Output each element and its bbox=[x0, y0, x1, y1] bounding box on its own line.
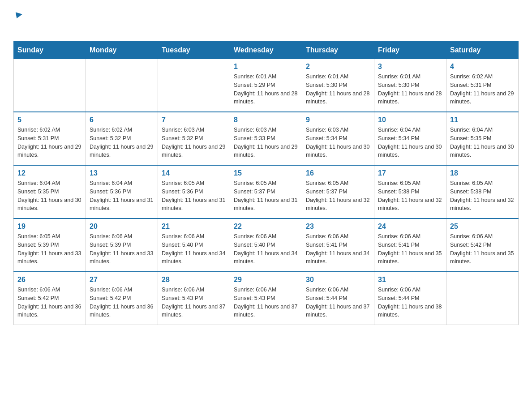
day-info: Sunrise: 6:03 AMSunset: 5:34 PMDaylight:… bbox=[306, 126, 370, 159]
calendar-week-row: 26Sunrise: 6:06 AMSunset: 5:42 PMDayligh… bbox=[14, 272, 519, 325]
day-info: Sunrise: 6:06 AMSunset: 5:40 PMDaylight:… bbox=[234, 232, 298, 266]
calendar-week-row: 19Sunrise: 6:05 AMSunset: 5:39 PMDayligh… bbox=[14, 218, 519, 272]
calendar-cell: 1Sunrise: 6:01 AMSunset: 5:29 PMDaylight… bbox=[230, 59, 302, 112]
calendar-cell bbox=[158, 59, 230, 112]
day-number: 30 bbox=[306, 276, 370, 284]
weekday-header-row: SundayMondayTuesdayWednesdayThursdayFrid… bbox=[14, 42, 519, 59]
logo bbox=[13, 9, 23, 32]
weekday-header-thursday: Thursday bbox=[302, 42, 374, 59]
day-info: Sunrise: 6:01 AMSunset: 5:29 PMDaylight:… bbox=[234, 73, 298, 106]
day-info: Sunrise: 6:04 AMSunset: 5:35 PMDaylight:… bbox=[17, 179, 82, 213]
day-info: Sunrise: 6:05 AMSunset: 5:37 PMDaylight:… bbox=[234, 179, 298, 213]
day-info: Sunrise: 6:01 AMSunset: 5:30 PMDaylight:… bbox=[306, 73, 370, 106]
day-info: Sunrise: 6:06 AMSunset: 5:44 PMDaylight:… bbox=[306, 286, 370, 319]
weekday-header-monday: Monday bbox=[86, 42, 158, 59]
day-info: Sunrise: 6:05 AMSunset: 5:39 PMDaylight:… bbox=[17, 232, 82, 266]
day-info: Sunrise: 6:04 AMSunset: 5:35 PMDaylight:… bbox=[450, 126, 515, 159]
day-info: Sunrise: 6:06 AMSunset: 5:43 PMDaylight:… bbox=[162, 286, 226, 319]
day-number: 3 bbox=[378, 63, 442, 71]
day-number: 4 bbox=[450, 63, 515, 71]
day-info: Sunrise: 6:01 AMSunset: 5:30 PMDaylight:… bbox=[378, 73, 442, 106]
day-info: Sunrise: 6:02 AMSunset: 5:31 PMDaylight:… bbox=[450, 73, 515, 106]
calendar-cell: 3Sunrise: 6:01 AMSunset: 5:30 PMDaylight… bbox=[374, 59, 446, 112]
calendar-cell: 16Sunrise: 6:05 AMSunset: 5:37 PMDayligh… bbox=[302, 165, 374, 218]
calendar-cell: 17Sunrise: 6:05 AMSunset: 5:38 PMDayligh… bbox=[374, 165, 446, 218]
day-number: 15 bbox=[234, 169, 298, 177]
day-info: Sunrise: 6:04 AMSunset: 5:34 PMDaylight:… bbox=[378, 126, 442, 159]
calendar-cell: 5Sunrise: 6:02 AMSunset: 5:31 PMDaylight… bbox=[14, 112, 86, 165]
calendar-cell: 9Sunrise: 6:03 AMSunset: 5:34 PMDaylight… bbox=[302, 112, 374, 165]
calendar-cell: 23Sunrise: 6:06 AMSunset: 5:41 PMDayligh… bbox=[302, 218, 374, 272]
day-info: Sunrise: 6:03 AMSunset: 5:33 PMDaylight:… bbox=[234, 126, 298, 159]
day-number: 7 bbox=[162, 116, 226, 124]
calendar-cell: 13Sunrise: 6:04 AMSunset: 5:36 PMDayligh… bbox=[86, 165, 158, 218]
day-number: 16 bbox=[306, 169, 370, 177]
calendar-week-row: 1Sunrise: 6:01 AMSunset: 5:29 PMDaylight… bbox=[14, 59, 519, 112]
day-number: 10 bbox=[378, 116, 442, 124]
day-number: 23 bbox=[306, 223, 370, 231]
day-info: Sunrise: 6:06 AMSunset: 5:40 PMDaylight:… bbox=[162, 232, 226, 266]
weekday-header-sunday: Sunday bbox=[14, 42, 86, 59]
logo-triangle-icon bbox=[15, 11, 23, 21]
calendar-cell: 14Sunrise: 6:05 AMSunset: 5:36 PMDayligh… bbox=[158, 165, 230, 218]
calendar-cell: 29Sunrise: 6:06 AMSunset: 5:43 PMDayligh… bbox=[230, 272, 302, 325]
calendar-cell: 21Sunrise: 6:06 AMSunset: 5:40 PMDayligh… bbox=[158, 218, 230, 272]
day-info: Sunrise: 6:05 AMSunset: 5:38 PMDaylight:… bbox=[450, 179, 515, 213]
calendar-cell: 4Sunrise: 6:02 AMSunset: 5:31 PMDaylight… bbox=[446, 59, 519, 112]
calendar-cell: 22Sunrise: 6:06 AMSunset: 5:40 PMDayligh… bbox=[230, 218, 302, 272]
calendar-cell: 26Sunrise: 6:06 AMSunset: 5:42 PMDayligh… bbox=[14, 272, 86, 325]
day-number: 5 bbox=[17, 116, 82, 124]
calendar-cell: 18Sunrise: 6:05 AMSunset: 5:38 PMDayligh… bbox=[446, 165, 519, 218]
day-number: 17 bbox=[378, 169, 442, 177]
calendar-cell: 11Sunrise: 6:04 AMSunset: 5:35 PMDayligh… bbox=[446, 112, 519, 165]
day-info: Sunrise: 6:06 AMSunset: 5:39 PMDaylight:… bbox=[90, 232, 154, 266]
day-number: 22 bbox=[234, 223, 298, 231]
day-number: 8 bbox=[234, 116, 298, 124]
day-info: Sunrise: 6:06 AMSunset: 5:41 PMDaylight:… bbox=[378, 232, 442, 266]
day-info: Sunrise: 6:05 AMSunset: 5:38 PMDaylight:… bbox=[378, 179, 442, 213]
day-number: 27 bbox=[90, 276, 154, 284]
calendar-week-row: 5Sunrise: 6:02 AMSunset: 5:31 PMDaylight… bbox=[14, 112, 519, 165]
calendar-cell: 30Sunrise: 6:06 AMSunset: 5:44 PMDayligh… bbox=[302, 272, 374, 325]
calendar-cell bbox=[86, 59, 158, 112]
calendar-cell: 28Sunrise: 6:06 AMSunset: 5:43 PMDayligh… bbox=[158, 272, 230, 325]
day-number: 20 bbox=[90, 223, 154, 231]
calendar-cell: 10Sunrise: 6:04 AMSunset: 5:34 PMDayligh… bbox=[374, 112, 446, 165]
calendar-cell bbox=[14, 59, 86, 112]
day-number: 14 bbox=[162, 169, 226, 177]
calendar-cell: 19Sunrise: 6:05 AMSunset: 5:39 PMDayligh… bbox=[14, 218, 86, 272]
calendar-cell: 27Sunrise: 6:06 AMSunset: 5:42 PMDayligh… bbox=[86, 272, 158, 325]
calendar-cell: 24Sunrise: 6:06 AMSunset: 5:41 PMDayligh… bbox=[374, 218, 446, 272]
svg-marker-0 bbox=[16, 11, 23, 18]
day-number: 9 bbox=[306, 116, 370, 124]
weekday-header-saturday: Saturday bbox=[446, 42, 519, 59]
calendar-cell: 20Sunrise: 6:06 AMSunset: 5:39 PMDayligh… bbox=[86, 218, 158, 272]
calendar-cell: 6Sunrise: 6:02 AMSunset: 5:32 PMDaylight… bbox=[86, 112, 158, 165]
day-info: Sunrise: 6:06 AMSunset: 5:42 PMDaylight:… bbox=[17, 286, 82, 319]
day-number: 19 bbox=[17, 223, 82, 231]
calendar-cell: 7Sunrise: 6:03 AMSunset: 5:32 PMDaylight… bbox=[158, 112, 230, 165]
day-info: Sunrise: 6:06 AMSunset: 5:41 PMDaylight:… bbox=[306, 232, 370, 266]
day-info: Sunrise: 6:06 AMSunset: 5:44 PMDaylight:… bbox=[378, 286, 442, 319]
calendar-cell: 2Sunrise: 6:01 AMSunset: 5:30 PMDaylight… bbox=[302, 59, 374, 112]
day-number: 29 bbox=[234, 276, 298, 284]
day-number: 24 bbox=[378, 223, 442, 231]
calendar-cell: 31Sunrise: 6:06 AMSunset: 5:44 PMDayligh… bbox=[374, 272, 446, 325]
calendar-cell: 25Sunrise: 6:06 AMSunset: 5:42 PMDayligh… bbox=[446, 218, 519, 272]
day-info: Sunrise: 6:05 AMSunset: 5:36 PMDaylight:… bbox=[162, 179, 226, 213]
day-number: 18 bbox=[450, 169, 515, 177]
day-number: 2 bbox=[306, 63, 370, 71]
day-number: 28 bbox=[162, 276, 226, 284]
day-number: 21 bbox=[162, 223, 226, 231]
calendar-cell: 15Sunrise: 6:05 AMSunset: 5:37 PMDayligh… bbox=[230, 165, 302, 218]
calendar-table: SundayMondayTuesdayWednesdayThursdayFrid… bbox=[13, 41, 519, 325]
calendar-cell: 8Sunrise: 6:03 AMSunset: 5:33 PMDaylight… bbox=[230, 112, 302, 165]
day-number: 12 bbox=[17, 169, 82, 177]
weekday-header-wednesday: Wednesday bbox=[230, 42, 302, 59]
day-number: 1 bbox=[234, 63, 298, 71]
calendar-cell: 12Sunrise: 6:04 AMSunset: 5:35 PMDayligh… bbox=[14, 165, 86, 218]
calendar-week-row: 12Sunrise: 6:04 AMSunset: 5:35 PMDayligh… bbox=[14, 165, 519, 218]
day-number: 26 bbox=[17, 276, 82, 284]
day-info: Sunrise: 6:06 AMSunset: 5:42 PMDaylight:… bbox=[450, 232, 515, 266]
day-number: 6 bbox=[90, 116, 154, 124]
